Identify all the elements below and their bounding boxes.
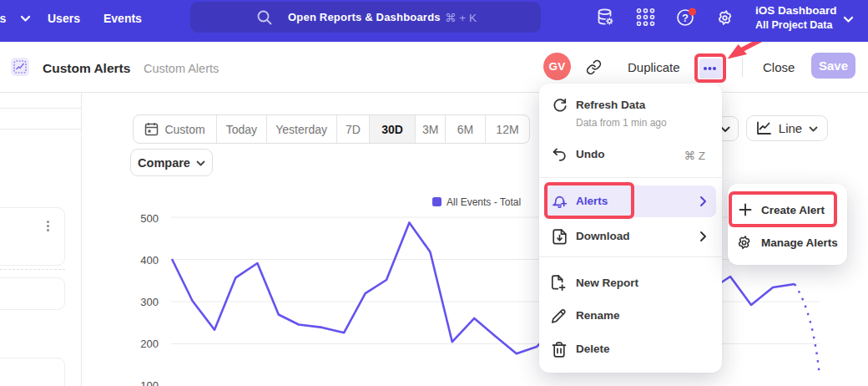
svg-text:?: ? xyxy=(682,12,689,24)
